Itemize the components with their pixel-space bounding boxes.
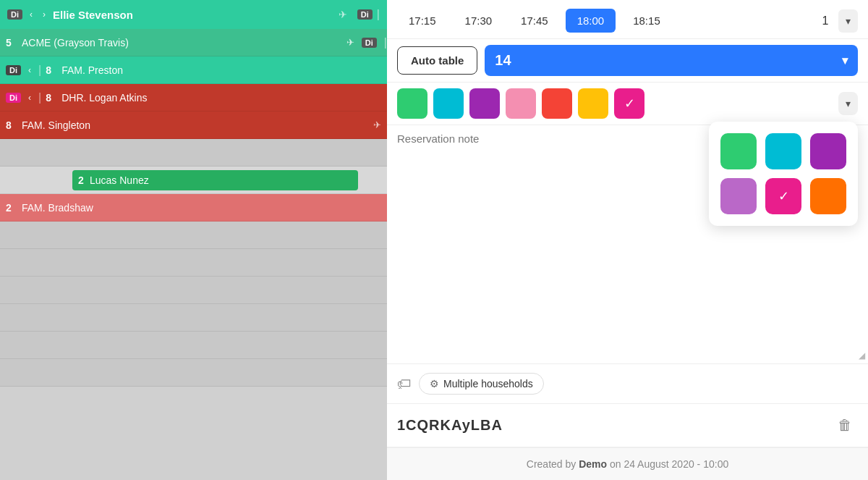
row-chevron-2[interactable]: ‹ xyxy=(25,64,34,77)
row-num-2: 8 xyxy=(46,64,57,76)
row-num-3: 8 xyxy=(46,92,57,104)
color-swatch-cyan[interactable] xyxy=(433,88,464,119)
table-chevron-icon: ▾ xyxy=(842,54,848,67)
schedule-row-preston[interactable]: Di ‹ | 8 FAM. Preston xyxy=(0,56,387,84)
schedule-header: Di ‹ › Ellie Stevenson ✈ Di | xyxy=(0,0,387,29)
tag-chip-gear-icon: ⚙ xyxy=(430,378,439,390)
header-di-badge2: Di xyxy=(357,9,373,20)
dropdown-swatch-cyan[interactable] xyxy=(765,133,801,169)
schedule-row-logan[interactable]: Di ‹ | 8 DHR. Logan Atkins xyxy=(0,84,387,111)
time-btn-1715[interactable]: 17:15 xyxy=(397,9,448,33)
send-icon-4: ✈ xyxy=(373,119,381,130)
time-btn-1730[interactable]: 17:30 xyxy=(454,9,504,33)
row-label-1: ACME (Grayson Travis) xyxy=(22,37,129,49)
table-number: 14 xyxy=(495,52,511,69)
tags-row: 🏷 ⚙ Multiple households xyxy=(387,364,868,404)
empty-row-5 xyxy=(0,304,387,332)
header-name: Ellie Stevenson xyxy=(53,9,133,21)
row-label-6: FAM. Bradshaw xyxy=(22,202,93,214)
reservation-panel: 17:15 17:30 17:45 18:00 18:15 1 ▾ Auto t… xyxy=(387,0,868,480)
color-swatch-red[interactable] xyxy=(542,88,572,119)
schedule-row-lucas[interactable]: 2 Lucas Nunez xyxy=(0,167,387,194)
dropdown-swatch-purple[interactable] xyxy=(810,133,846,169)
guest-count: 1 xyxy=(818,14,833,28)
color-selector-row: ✓ ▾ ✓ xyxy=(387,83,868,125)
reservation-code-row: 1CQRKAyLBA 🗑 xyxy=(387,404,868,447)
table-select-dropdown[interactable]: 14 ▾ xyxy=(485,45,858,76)
dropdown-swatch-light-purple[interactable] xyxy=(720,178,757,214)
empty-row-2 xyxy=(0,222,387,249)
dropdown-swatch-orange[interactable] xyxy=(810,178,846,214)
color-swatch-hot-pink[interactable]: ✓ xyxy=(614,88,644,119)
color-expand-button[interactable]: ▾ xyxy=(838,92,858,115)
row-num-6: 2 xyxy=(6,202,17,214)
header-chevron-right[interactable]: › xyxy=(40,8,48,21)
row-chevron-3[interactable]: ‹ xyxy=(25,91,34,104)
send-icon-1: ✈ xyxy=(346,37,354,48)
header-badge: Di xyxy=(7,9,22,20)
schedule-row-acme[interactable]: 5 ACME (Grayson Travis) ✈ Di | xyxy=(0,29,387,56)
empty-row-3 xyxy=(0,249,387,277)
tag-chip-label: Multiple households xyxy=(443,378,533,390)
dropdown-swatch-green[interactable] xyxy=(720,133,757,169)
tag-chip-multiple-households[interactable]: ⚙ Multiple households xyxy=(419,373,544,395)
table-selector-row: Auto table 14 ▾ xyxy=(387,39,868,83)
row-num-1: 5 xyxy=(6,37,17,49)
empty-row-1 xyxy=(0,139,387,167)
row-pipe-3: | xyxy=(38,91,41,104)
resize-handle-icon: ◢ xyxy=(859,350,865,361)
schedule-row-bradshaw[interactable]: 2 FAM. Bradshaw xyxy=(0,194,387,222)
delete-reservation-button[interactable]: 🗑 xyxy=(832,414,858,437)
empty-row-6 xyxy=(0,332,387,359)
footer-prefix: Created by xyxy=(527,458,579,470)
row-num-5: 2 xyxy=(78,174,90,186)
empty-row-4 xyxy=(0,277,387,304)
row-badge-2a: Di xyxy=(6,65,21,75)
color-swatch-yellow[interactable] xyxy=(578,88,608,119)
schedule-row-singleton[interactable]: 8 FAM. Singleton ✈ xyxy=(0,111,387,139)
footer-suffix: on 24 August 2020 - 10:00 xyxy=(607,458,728,470)
dropdown-swatch-hot-pink[interactable]: ✓ xyxy=(765,178,801,214)
color-swatch-purple[interactable] xyxy=(469,88,500,119)
row-label-3: DHR. Logan Atkins xyxy=(61,92,147,104)
time-btn-1745[interactable]: 17:45 xyxy=(509,9,560,33)
reservation-code: 1CQRKAyLBA xyxy=(397,417,503,434)
row-label-5: Lucas Nunez xyxy=(90,174,149,186)
row-badge-3a: Di xyxy=(6,93,21,103)
lucas-bar: 2 Lucas Nunez xyxy=(72,170,358,190)
color-swatch-pink-light[interactable] xyxy=(506,88,536,119)
schedule-panel: Di ‹ › Ellie Stevenson ✈ Di | 5 ACME (Gr… xyxy=(0,0,387,480)
row-label-4: FAM. Singleton xyxy=(22,119,90,131)
time-selector-row: 17:15 17:30 17:45 18:00 18:15 1 ▾ xyxy=(387,0,868,39)
auto-table-button[interactable]: Auto table xyxy=(397,46,477,75)
guest-chevron-btn[interactable]: ▾ xyxy=(838,9,858,33)
empty-row-7 xyxy=(0,359,387,387)
time-btn-1815[interactable]: 18:15 xyxy=(621,9,672,33)
row-pipe-2: | xyxy=(38,64,41,77)
tag-icon: 🏷 xyxy=(397,376,412,392)
time-btn-1800[interactable]: 18:00 xyxy=(566,9,616,33)
header-pipe: | xyxy=(377,8,380,21)
row-num-4: 8 xyxy=(6,119,17,131)
header-chevron-left[interactable]: ‹ xyxy=(27,8,35,21)
color-swatch-green[interactable] xyxy=(397,88,427,119)
send-icon: ✈ xyxy=(339,9,347,20)
color-dropdown-popup: ✓ xyxy=(709,122,858,226)
footer-row: Created by Demo on 24 August 2020 - 10:0… xyxy=(387,447,868,480)
row-badge-1: Di xyxy=(362,38,377,48)
footer-author: Demo xyxy=(579,458,607,470)
row-label-2: FAM. Preston xyxy=(61,64,123,76)
